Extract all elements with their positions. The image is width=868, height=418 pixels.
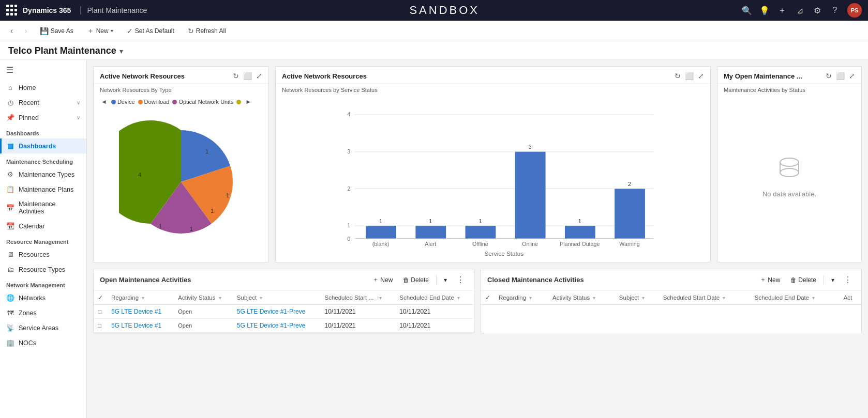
svg-point-22 xyxy=(780,158,799,166)
forward-button[interactable]: › xyxy=(20,24,31,38)
closed-table-header: Closed Maintenance Activities ＋ New 🗑 De… xyxy=(481,269,861,291)
open-row-regarding[interactable]: 5G LTE Device #1 xyxy=(107,305,174,319)
sidebar-item-networks[interactable]: 🌐 Networks xyxy=(0,290,86,305)
my-open-export-icon[interactable]: ⬜ xyxy=(836,72,845,80)
svg-text:1: 1 xyxy=(379,218,382,224)
open-new-button[interactable]: ＋ New xyxy=(368,273,397,286)
open-table-row: □ 5G LTE Device #1 Open 5G LTE Device #1… xyxy=(94,319,474,333)
sidebar-item-nocs[interactable]: 🏢 NOCs xyxy=(0,335,86,350)
pie-refresh-icon[interactable]: ↻ xyxy=(233,72,239,80)
open-more-icon[interactable]: ⋮ xyxy=(453,274,468,286)
bar-online[interactable] xyxy=(515,152,546,239)
legend-other-dot xyxy=(236,100,241,104)
sidebar-item-maintenance-types[interactable]: ⚙ Maintenance Types xyxy=(0,167,86,182)
app-launcher-icon[interactable] xyxy=(6,5,18,16)
sidebar-item-zones[interactable]: 🗺 Zones xyxy=(0,305,86,320)
sidebar-hamburger[interactable]: ☰ xyxy=(0,60,86,80)
settings-icon[interactable]: ⚙ xyxy=(812,6,822,16)
svg-text:3: 3 xyxy=(529,144,532,150)
check-icon-closed: ✓ xyxy=(485,295,490,301)
closed-dropdown-button[interactable]: ▾ xyxy=(827,274,839,286)
help-icon[interactable]: ? xyxy=(830,6,840,15)
sidebar-item-home[interactable]: ⌂ Home xyxy=(0,80,86,95)
legend-next-icon[interactable]: ► xyxy=(244,98,252,105)
open-regarding-header[interactable]: Regarding ▾ xyxy=(107,291,174,305)
closed-delete-button[interactable]: 🗑 Delete xyxy=(786,274,820,286)
legend-device-dot xyxy=(111,100,116,104)
lightbulb-icon[interactable]: 💡 xyxy=(759,6,770,16)
open-row-check[interactable]: □ xyxy=(94,305,107,319)
svg-text:Online: Online xyxy=(522,241,538,247)
open-end-header[interactable]: Scheduled End Date ▾ xyxy=(395,291,474,305)
closed-subject-header[interactable]: Subject ▾ xyxy=(615,291,659,305)
closed-regarding-header[interactable]: Regarding ▾ xyxy=(495,291,548,305)
legend-prev-icon[interactable]: ◄ xyxy=(100,98,108,105)
new-caret-icon[interactable]: ▾ xyxy=(111,28,113,34)
plus-icon[interactable]: ＋ xyxy=(777,5,787,16)
sidebar-item-service-areas[interactable]: 📡 Service Areas xyxy=(0,320,86,335)
bar-offline[interactable] xyxy=(466,226,496,239)
maintenance-types-icon: ⚙ xyxy=(6,171,14,178)
open-dropdown-button[interactable]: ▾ xyxy=(440,274,451,286)
save-as-button[interactable]: 💾 Save As xyxy=(35,25,79,37)
open-check-col-header[interactable]: ✓ xyxy=(94,291,107,305)
my-open-refresh-icon[interactable]: ↻ xyxy=(826,72,832,80)
closed-status-header[interactable]: Activity Status ▾ xyxy=(548,291,615,305)
my-open-expand-icon[interactable]: ⤢ xyxy=(849,72,855,80)
open-delete-button[interactable]: 🗑 Delete xyxy=(399,274,433,286)
pie-expand-icon[interactable]: ⤢ xyxy=(256,72,262,80)
sidebar-item-resources[interactable]: 🖥 Resources xyxy=(0,247,86,262)
svg-text:4: 4 xyxy=(347,111,350,117)
sidebar-item-resource-types[interactable]: 🗂 Resource Types xyxy=(0,262,86,277)
open-subject-header[interactable]: Subject ▾ xyxy=(233,291,321,305)
checkmark-icon: ✓ xyxy=(127,27,133,35)
bar-alert[interactable] xyxy=(415,226,446,239)
sidebar-item-maintenance-activities[interactable]: 📅 Maintenance Activities xyxy=(0,197,86,219)
back-button[interactable]: ‹ xyxy=(6,24,17,38)
sidebar-item-maintenance-plans[interactable]: 📋 Maintenance Plans xyxy=(0,182,86,197)
open-row-end: 10/11/2021 xyxy=(395,305,474,319)
user-avatar[interactable]: PS xyxy=(847,3,862,18)
bar-expand-icon[interactable]: ⤢ xyxy=(698,72,704,80)
bar-refresh-icon[interactable]: ↻ xyxy=(675,72,681,80)
page-title-caret-icon[interactable]: ▾ xyxy=(119,47,123,55)
filter-icon[interactable]: ⊿ xyxy=(795,6,805,16)
new-button[interactable]: ＋ New ▾ xyxy=(82,24,118,38)
closed-act-header[interactable]: Act xyxy=(840,291,861,305)
closed-more-icon[interactable]: ⋮ xyxy=(841,274,855,286)
pie-export-icon[interactable]: ⬜ xyxy=(243,72,252,80)
closed-start-header[interactable]: Scheduled Start Date ▾ xyxy=(659,291,751,305)
sidebar-item-dashboards[interactable]: ▦ Dashboards xyxy=(0,138,86,153)
open-start-header[interactable]: Scheduled Start ... ↑▾ xyxy=(320,291,395,305)
closed-end-header[interactable]: Scheduled End Date ▾ xyxy=(751,291,840,305)
closed-new-button[interactable]: ＋ New xyxy=(756,273,784,286)
open-row-subject[interactable]: 5G LTE Device #1-Preve xyxy=(233,305,321,319)
open-row-check[interactable]: □ xyxy=(94,319,107,333)
network-management-label: Network Management xyxy=(0,277,86,290)
open-status-header[interactable]: Activity Status ▾ xyxy=(174,291,233,305)
pie-label-4: 4 xyxy=(138,172,141,178)
dashboards-icon: ▦ xyxy=(6,142,14,150)
set-default-button[interactable]: ✓ Set As Default xyxy=(122,25,179,37)
legend-download[interactable]: Download xyxy=(138,99,170,105)
search-icon[interactable]: 🔍 xyxy=(742,6,752,16)
bar-planned-outage[interactable] xyxy=(565,226,595,239)
pie-label-6: 1 xyxy=(211,208,214,214)
sidebar-item-calendar[interactable]: 📆 Calendar xyxy=(0,219,86,234)
bar-export-icon[interactable]: ⬜ xyxy=(685,72,694,80)
my-open-body: No data available. xyxy=(717,93,861,262)
legend-other[interactable] xyxy=(236,100,241,104)
legend-onu[interactable]: Optical Network Units xyxy=(172,99,233,105)
open-row-regarding[interactable]: 5G LTE Device #1 xyxy=(107,319,174,333)
legend-device[interactable]: Device xyxy=(111,99,135,105)
closed-check-col-header[interactable]: ✓ xyxy=(481,291,495,305)
sidebar-item-pinned[interactable]: 📌 Pinned ∨ xyxy=(0,110,86,125)
no-data-area: No data available. xyxy=(724,96,855,256)
open-row-subject[interactable]: 5G LTE Device #1-Preve xyxy=(233,319,321,333)
nocs-icon: 🏢 xyxy=(6,339,14,347)
bar-warning[interactable] xyxy=(615,189,645,238)
sidebar-item-recent[interactable]: ◷ Recent ∨ xyxy=(0,95,86,110)
bar-blank[interactable] xyxy=(366,226,396,239)
closed-new-plus-icon: ＋ xyxy=(760,275,766,284)
refresh-all-button[interactable]: ↻ Refresh All xyxy=(183,25,231,37)
